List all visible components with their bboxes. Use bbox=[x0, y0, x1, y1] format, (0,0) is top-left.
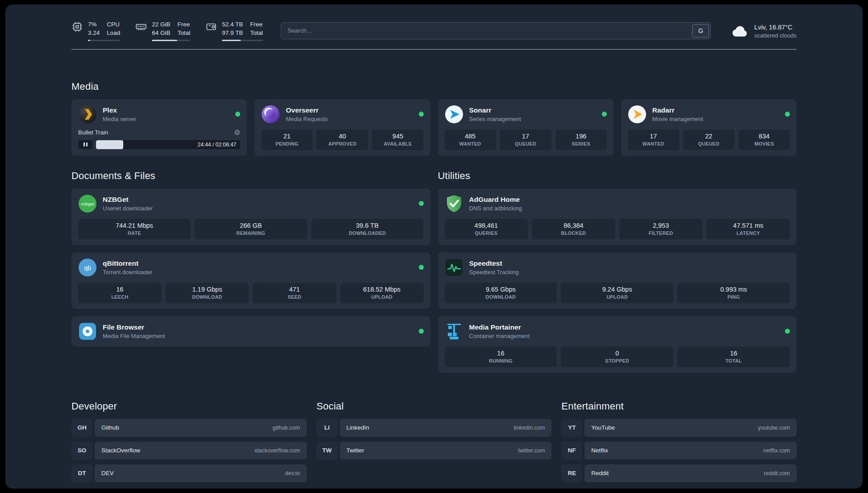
bookmark-abbr: NF bbox=[561, 442, 582, 460]
stat-stopped: 0 STOPPED bbox=[561, 347, 673, 367]
service-card-radarr[interactable]: Radarr Movie management 17 WANTED 22 QUE… bbox=[621, 99, 797, 156]
service-name: Speedtest bbox=[469, 259, 519, 267]
bookmark-stackoverflow[interactable]: SO StackOverflow stackoverflow.com bbox=[71, 442, 307, 460]
bookmark-abbr: TW bbox=[317, 442, 338, 460]
stat-wanted: 485 WANTED bbox=[445, 130, 496, 150]
memory-icon bbox=[135, 21, 147, 33]
svg-text:qb: qb bbox=[84, 264, 91, 271]
bookmark-abbr: DT bbox=[71, 464, 92, 482]
bookmark-name: DEV bbox=[101, 470, 114, 476]
status-dot bbox=[602, 112, 607, 117]
cpu-usage-label: CPU bbox=[107, 21, 120, 29]
status-dot bbox=[235, 112, 240, 117]
adguard-icon bbox=[445, 194, 463, 213]
nzbget-icon: nzbget bbox=[78, 194, 97, 213]
bookmark-reddit[interactable]: RE Reddit reddit.com bbox=[561, 464, 797, 482]
bookmark-abbr: RE bbox=[561, 464, 582, 482]
bookmark-linkedin[interactable]: LI LinkedIn linkedin.com bbox=[317, 419, 552, 437]
service-name: File Browser bbox=[103, 323, 165, 331]
service-subtitle: Media Requests bbox=[286, 116, 328, 122]
service-card-speedtest[interactable]: Speedtest Speedtest Tracking 9.65 Gbps D… bbox=[438, 252, 797, 309]
filebrowser-icon bbox=[78, 322, 97, 341]
utilities-column: Utilities bbox=[438, 170, 797, 373]
bookmark-name: Twitter bbox=[346, 447, 364, 454]
top-bar: 7% 3.24 CPU Load bbox=[71, 21, 797, 41]
service-card-portainer[interactable]: Media Portainer Container management 16 … bbox=[438, 316, 797, 373]
disk-widget: 52.4 TB 97.9 TB Free Total bbox=[205, 21, 263, 41]
section-title-documents: Documents & Files bbox=[71, 170, 430, 182]
section-title-developer: Developer bbox=[71, 401, 307, 412]
cpu-load-value: 3.24 bbox=[88, 29, 100, 38]
bookmark-url: twitter.com bbox=[518, 447, 545, 454]
stat-rate: 744.21 Mbps RATE bbox=[78, 219, 191, 239]
disk-total-value: 97.9 TB bbox=[222, 29, 243, 38]
memory-total-label: Total bbox=[178, 29, 191, 38]
disk-progress-bar bbox=[222, 40, 263, 41]
cpu-usage-value: 7% bbox=[88, 21, 100, 29]
service-name: Media Portainer bbox=[469, 323, 530, 331]
resource-widgets: 7% 3.24 CPU Load bbox=[71, 21, 263, 41]
stat-seed: 471 SEED bbox=[253, 283, 336, 303]
cloud-icon bbox=[731, 24, 748, 38]
service-name: Radarr bbox=[652, 106, 703, 114]
bookmark-group-developer: Developer GH Github github.com SO bbox=[71, 401, 307, 482]
documents-column: Documents & Files nzbget bbox=[71, 170, 430, 347]
bookmark-abbr: LI bbox=[317, 419, 338, 437]
search-input[interactable] bbox=[281, 22, 711, 39]
disk-free-value: 52.4 TB bbox=[222, 21, 243, 29]
bookmark-twitter[interactable]: TW Twitter twitter.com bbox=[317, 442, 552, 460]
search-provider-button[interactable]: G bbox=[692, 24, 709, 38]
stat-filtered: 2,953 FILTERED bbox=[619, 219, 703, 239]
cpu-progress-bar bbox=[88, 40, 120, 41]
service-card-plex[interactable]: Plex Media server Bullet Train ⚙ 24:4 bbox=[71, 99, 247, 156]
stat-blocked: 86,384 BLOCKED bbox=[532, 219, 615, 239]
cpu-widget: 7% 3.24 CPU Load bbox=[71, 21, 120, 41]
bookmark-youtube[interactable]: YT YouTube youtube.com bbox=[561, 419, 797, 437]
stat-series: 196 SERIES bbox=[555, 130, 607, 150]
stat-download: 1.19 Gbps DOWNLOAD bbox=[166, 283, 249, 303]
status-dot bbox=[785, 329, 790, 334]
bookmark-dev[interactable]: DT DEV dev.to bbox=[71, 464, 307, 482]
pause-button[interactable] bbox=[78, 140, 92, 149]
stat-approved: 40 APPROVED bbox=[317, 130, 368, 150]
stat-upload: 9.24 Gbps UPLOAD bbox=[561, 283, 673, 303]
service-subtitle: Media server bbox=[103, 116, 136, 122]
status-dot bbox=[419, 265, 424, 270]
bookmark-group-entertainment: Entertainment YT YouTube youtube.com NF bbox=[561, 401, 797, 482]
weather-widget: Lviv, 16.87°C scattered clouds bbox=[731, 23, 797, 38]
service-name: Sonarr bbox=[469, 106, 521, 114]
stat-queued: 17 QUEUED bbox=[500, 130, 551, 150]
bookmark-name: YouTube bbox=[591, 424, 615, 431]
service-card-overseerr[interactable]: Overseerr Media Requests 21 PENDING 40 A… bbox=[255, 99, 430, 156]
service-card-adguard[interactable]: AdGuard Home DNS and adblocking 498,461 … bbox=[438, 188, 797, 245]
service-card-sonarr[interactable]: Sonarr Series management 485 WANTED 17 Q… bbox=[438, 99, 613, 156]
status-dot bbox=[785, 112, 790, 117]
stat-upload: 618.52 Mbps UPLOAD bbox=[340, 283, 424, 303]
stat-ping: 0.993 ms PING bbox=[677, 283, 790, 303]
service-card-filebrowser[interactable]: File Browser Media File Management bbox=[71, 316, 430, 347]
service-card-nzbget[interactable]: nzbget NZBGet Usenet downloader bbox=[71, 188, 430, 245]
bookmark-abbr: YT bbox=[561, 419, 582, 437]
weather-condition: scattered clouds bbox=[754, 32, 797, 39]
bookmark-name: Reddit bbox=[591, 470, 609, 476]
section-title-media: Media bbox=[71, 81, 797, 92]
bookmark-github[interactable]: GH Github github.com bbox=[71, 419, 307, 437]
service-subtitle: Torrent downloader bbox=[103, 269, 152, 276]
status-dot bbox=[419, 112, 424, 117]
status-dot bbox=[419, 329, 424, 334]
section-title-entertainment: Entertainment bbox=[561, 401, 797, 412]
section-title-social: Social bbox=[317, 401, 552, 412]
portainer-icon bbox=[445, 322, 463, 341]
stat-latency: 47.571 ms LATENCY bbox=[706, 219, 790, 239]
plex-icon bbox=[78, 105, 97, 124]
bookmark-name: Github bbox=[101, 424, 119, 431]
service-card-qbittorrent[interactable]: qb qBittorrent Torrent downloader bbox=[71, 252, 430, 309]
service-subtitle: Container management bbox=[469, 333, 530, 339]
memory-widget: 22 GiB 64 GiB Free Total bbox=[135, 21, 190, 41]
bookmark-url: linkedin.com bbox=[514, 425, 545, 431]
service-subtitle: Movie management bbox=[652, 116, 703, 122]
gear-icon[interactable]: ⚙ bbox=[234, 129, 240, 136]
bookmark-netflix[interactable]: NF Netflix netflix.com bbox=[561, 442, 797, 460]
bookmark-name: Netflix bbox=[591, 447, 608, 454]
playback-progress-bar[interactable]: 24:44 / 02:06:47 bbox=[96, 140, 240, 149]
